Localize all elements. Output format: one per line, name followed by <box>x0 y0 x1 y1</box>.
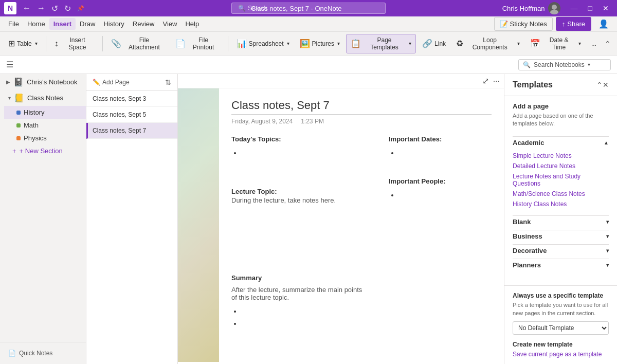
share-button[interactable]: ↑ Share <box>556 17 591 31</box>
templates-panel: Templates ⌃ ✕ Add a page Add a page base… <box>504 74 617 364</box>
ribbon-divider-2 <box>102 36 103 51</box>
menu-view[interactable]: View <box>158 18 181 30</box>
category-blank[interactable]: Blank ▾ <box>513 215 609 228</box>
category-planners[interactable]: Planners ▾ <box>513 259 609 271</box>
title-search[interactable]: 🔍 Search <box>231 3 386 14</box>
file-attachment-button[interactable]: 📎 File Attachment <box>107 34 169 53</box>
people-search-button[interactable]: 👤 <box>594 17 613 31</box>
summary-item-2 <box>242 318 368 330</box>
category-decorative[interactable]: Decorative ▾ <box>513 244 609 257</box>
main-layout: ▶ 📓 Chris's Notebook ▾ 📒 Class Notes His… <box>0 74 617 364</box>
planners-arrow-icon: ▾ <box>606 262 609 268</box>
blank-arrow-icon: ▾ <box>606 219 609 225</box>
add-page-button[interactable]: ✏️ Add Page <box>93 79 165 86</box>
redo-button[interactable]: ↻ <box>62 3 73 14</box>
ribbon: ⊞ Table ▾ ↕ Insert Space 📎 File Attachme… <box>0 32 617 56</box>
academic-arrow-icon: ▲ <box>604 140 609 145</box>
window-controls: — □ ✕ <box>567 3 613 13</box>
page-inner[interactable]: Friday, August 9, 2024 1:23 PM Today's T… <box>219 88 504 362</box>
page-title-input[interactable] <box>231 99 492 115</box>
spreadsheet-button[interactable]: 📊 Spreadsheet ▾ <box>232 37 294 50</box>
save-template-link[interactable]: Save current page as a template <box>513 351 602 358</box>
add-page-section: Add a page Add a page based on one of th… <box>513 102 609 128</box>
page-templates-dropdown-arrow: ▾ <box>409 41 411 46</box>
templates-close-button[interactable]: ✕ <box>603 81 609 89</box>
summary-list <box>231 305 368 330</box>
svg-point-1 <box>550 10 558 14</box>
content-columns: Today's Topics: Lecture Topic: During th… <box>231 135 492 338</box>
forward-button[interactable]: → <box>35 3 47 14</box>
expand-page-button[interactable]: ⤢ <box>482 76 489 86</box>
back-button[interactable]: ← <box>21 3 33 14</box>
table-icon: ⊞ <box>8 39 15 48</box>
undo-button[interactable]: ↺ <box>49 3 60 14</box>
sidebar-item-history[interactable]: History <box>4 106 86 119</box>
menu-bar-right: 📝 Sticky Notes ↑ Share 👤 <box>494 17 613 31</box>
template-link-detailed-lecture[interactable]: Detailed Lecture Notes <box>513 161 609 171</box>
page-item-sept7[interactable]: Class notes, Sept 7 <box>86 123 177 139</box>
templates-body: Add a page Add a page based on one of th… <box>504 96 617 285</box>
sticky-notes-button[interactable]: 📝 Sticky Notes <box>494 17 553 31</box>
template-link-math-science[interactable]: Math/Science Class Notes <box>513 189 609 199</box>
sidebar-toggle-button[interactable]: ☰ <box>6 60 13 69</box>
todays-topics-list <box>231 147 368 159</box>
pin-button[interactable]: 📌 <box>75 3 86 14</box>
user-info: Chris Hoffman <box>502 2 560 14</box>
table-dropdown-arrow: ▾ <box>35 41 38 46</box>
notebook-search[interactable]: 🔍 Search Notebooks ▾ <box>518 59 611 70</box>
notebook-arrow-icon: ▶ <box>6 79 10 85</box>
sort-pages-button[interactable]: ⇅ <box>165 78 171 86</box>
share-icon: ↑ <box>562 20 566 28</box>
sidebar-item-math[interactable]: Math <box>4 119 86 132</box>
page-header-bar: ⤢ ··· <box>178 74 504 88</box>
menu-insert[interactable]: Insert <box>49 18 76 30</box>
new-section-icon: + <box>12 147 16 155</box>
todays-topics-label: Today's Topics: <box>231 135 368 143</box>
default-template-select[interactable]: No Default Template <box>513 321 609 335</box>
table-button[interactable]: ⊞ Table ▾ <box>4 37 42 50</box>
pictures-button[interactable]: 🖼️ Pictures ▾ <box>296 37 344 50</box>
minimize-button[interactable]: — <box>567 3 582 13</box>
page-templates-button[interactable]: 📋 Page Templates ▾ <box>346 34 416 53</box>
quick-notes-item[interactable]: 📄 Quick Notes <box>4 347 82 360</box>
date-time-button[interactable]: 📅 Date & Time ▾ <box>526 34 585 53</box>
page-item-sept5[interactable]: Class notes, Sept 5 <box>86 107 177 123</box>
page-datetime: Friday, August 9, 2024 1:23 PM <box>231 118 492 125</box>
insert-space-button[interactable]: ↕ Insert Space <box>50 34 99 53</box>
page-more-button[interactable]: ··· <box>493 77 500 86</box>
menu-help[interactable]: Help <box>181 18 203 30</box>
sidebar-item-classnotes[interactable]: ▾ 📒 Class Notes <box>4 90 86 106</box>
maximize-button[interactable]: □ <box>584 3 596 13</box>
menu-bar: File Home Insert Draw History Review Vie… <box>0 16 617 32</box>
class-notes-section: ▾ 📒 Class Notes History Math Physics + +… <box>0 90 86 157</box>
page-background-image <box>178 88 219 362</box>
menu-history[interactable]: History <box>99 18 128 30</box>
onenote-logo: N <box>4 2 16 14</box>
category-academic[interactable]: Academic ▲ <box>513 136 609 149</box>
new-section-button[interactable]: + + New Section <box>4 144 86 157</box>
important-people-item-1 <box>399 189 492 201</box>
pictures-dropdown-arrow: ▾ <box>337 41 340 46</box>
template-link-lecture-study[interactable]: Lecture Notes and Study Questions <box>513 171 609 189</box>
template-link-history-class[interactable]: History Class Notes <box>513 199 609 209</box>
important-dates-label: Important Dates: <box>389 135 492 143</box>
link-button[interactable]: 🔗 Link <box>418 37 450 50</box>
sidebar-item-chrisnotebook[interactable]: ▶ 📓 Chris's Notebook <box>0 74 86 90</box>
templates-collapse-button[interactable]: ⌃ <box>596 81 603 89</box>
ribbon-collapse-button[interactable]: ⌃ <box>603 38 613 50</box>
menu-draw[interactable]: Draw <box>76 18 99 30</box>
file-printout-button[interactable]: 📄 File Printout <box>171 34 224 53</box>
loop-components-button[interactable]: ♻ Loop Components ▾ <box>452 34 524 53</box>
category-business[interactable]: Business ▾ <box>513 230 609 242</box>
sidebar-item-physics[interactable]: Physics <box>4 132 86 144</box>
content-left: Today's Topics: Lecture Topic: During th… <box>231 135 368 338</box>
classnotes-icon: 📒 <box>14 93 24 103</box>
page-item-sept3[interactable]: Class notes, Sept 3 <box>86 91 177 107</box>
menu-home[interactable]: Home <box>23 18 49 30</box>
close-button[interactable]: ✕ <box>598 3 613 13</box>
menu-review[interactable]: Review <box>129 18 159 30</box>
menu-file[interactable]: File <box>4 18 23 30</box>
important-dates-item-1 <box>399 147 492 159</box>
ribbon-more-button[interactable]: ... <box>587 38 601 49</box>
template-link-simple-lecture[interactable]: Simple Lecture Notes <box>513 151 609 161</box>
